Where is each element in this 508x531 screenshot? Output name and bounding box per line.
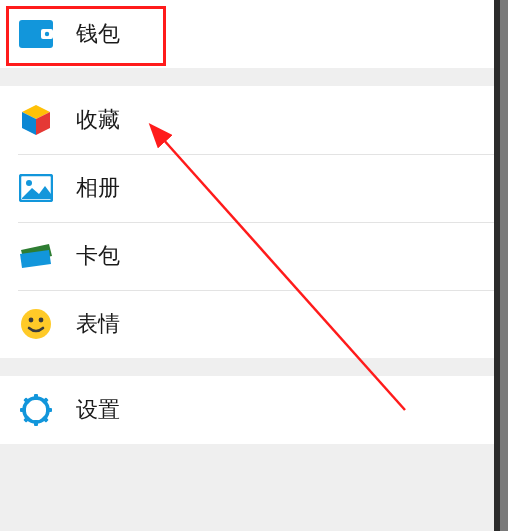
row-stickers-label: 表情 — [76, 309, 120, 339]
row-settings-label: 设置 — [76, 395, 120, 425]
group-main: 收藏 相册 卡包 — [0, 86, 494, 358]
row-wallet-label: 钱包 — [76, 19, 120, 49]
svg-point-10 — [39, 318, 44, 323]
svg-point-20 — [31, 405, 41, 415]
row-favorites-label: 收藏 — [76, 105, 120, 135]
row-album[interactable]: 相册 — [0, 154, 494, 222]
image-icon — [18, 170, 54, 206]
wallet-icon — [18, 16, 54, 52]
svg-rect-15 — [46, 408, 52, 412]
svg-rect-14 — [20, 408, 26, 412]
group-settings: 设置 — [0, 376, 494, 444]
group-wallet: 钱包 — [0, 0, 494, 68]
row-stickers[interactable]: 表情 — [0, 290, 494, 358]
svg-rect-13 — [34, 420, 38, 426]
row-favorites[interactable]: 收藏 — [0, 86, 494, 154]
svg-point-7 — [26, 180, 32, 186]
emoji-icon — [18, 306, 54, 342]
gear-icon — [18, 392, 54, 428]
svg-point-2 — [45, 32, 49, 36]
row-cards-label: 卡包 — [76, 241, 120, 271]
settings-menu-screen: 钱包 收藏 相册 — [0, 0, 500, 531]
svg-point-8 — [21, 309, 51, 339]
row-settings[interactable]: 设置 — [0, 376, 494, 444]
section-spacer — [0, 68, 494, 86]
row-album-label: 相册 — [76, 173, 120, 203]
section-spacer — [0, 358, 494, 376]
section-spacer — [0, 444, 494, 531]
cube-icon — [18, 102, 54, 138]
row-wallet[interactable]: 钱包 — [0, 0, 494, 68]
svg-point-9 — [29, 318, 34, 323]
card-pack-icon — [18, 238, 54, 274]
row-cards[interactable]: 卡包 — [0, 222, 494, 290]
svg-rect-12 — [34, 394, 38, 400]
